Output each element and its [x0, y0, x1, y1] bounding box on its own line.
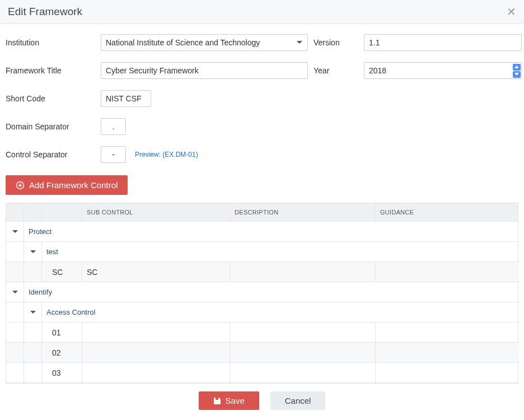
plus-circle-icon [16, 181, 25, 190]
control-description [230, 323, 376, 343]
dialog-body: Institution National Institute of Scienc… [0, 24, 524, 420]
dialog-title: Edit Framework [8, 6, 82, 18]
short-code-label: Short Code [6, 94, 95, 103]
col-description: DESCRIPTION [230, 203, 376, 222]
institution-label: Institution [6, 38, 95, 47]
control-code: 02 [42, 343, 82, 363]
save-icon [213, 397, 221, 405]
close-icon[interactable]: ✕ [507, 6, 516, 17]
expand-icon[interactable] [6, 222, 24, 242]
control-subcontrol: SC [82, 262, 230, 282]
framework-title-input[interactable] [101, 62, 308, 79]
control-description [230, 343, 376, 363]
control-row-sc: SC SC [6, 262, 518, 282]
domain-separator-input[interactable] [101, 118, 126, 135]
control-guidance [376, 343, 519, 363]
control-description [230, 363, 376, 383]
control-row-01: 01 [6, 323, 518, 343]
institution-select-value: National Institute of Science and Techno… [101, 34, 308, 51]
short-code-input[interactable] [101, 90, 151, 107]
add-framework-control-label: Add Framework Control [29, 180, 118, 190]
domain-name: Identify [24, 282, 519, 302]
subdomain-name: Access Control [42, 302, 519, 323]
subdomain-name: test [42, 242, 519, 262]
form-grid: Institution National Institute of Scienc… [6, 34, 518, 163]
control-guidance [376, 262, 519, 282]
domain-row-protect: Protect [6, 222, 518, 242]
domain-separator-label: Domain Separator [6, 122, 95, 131]
control-subcontrol [82, 343, 230, 363]
control-description [230, 262, 376, 282]
control-subcontrol [82, 323, 230, 343]
domain-row-identify: Identify [6, 282, 518, 302]
control-subcontrol [82, 363, 230, 383]
col-sub-control: SUB CONTROL [82, 203, 230, 222]
expand-icon[interactable] [24, 302, 42, 323]
control-guidance [376, 363, 519, 383]
subdomain-row-test: test [6, 242, 518, 262]
control-row-02: 02 [6, 343, 518, 363]
control-separator-label: Control Separator [6, 150, 95, 159]
cancel-button[interactable]: Cancel [270, 391, 326, 410]
grid-header-row: SUB CONTROL DESCRIPTION GUIDANCE [6, 203, 518, 222]
year-down-button[interactable] [513, 71, 521, 78]
control-guidance [376, 323, 519, 343]
control-code: 03 [42, 363, 82, 383]
year-spinner [513, 63, 521, 78]
institution-select[interactable]: National Institute of Science and Techno… [101, 34, 308, 51]
version-input[interactable] [364, 34, 522, 51]
separator-preview: Preview: (EX.DM-01) [135, 151, 198, 158]
year-up-button[interactable] [513, 64, 521, 71]
dialog-footer: Save Cancel [6, 384, 518, 416]
year-label: Year [314, 66, 358, 75]
controls-grid: SUB CONTROL DESCRIPTION GUIDANCE Protect… [6, 203, 518, 384]
dialog-header: Edit Framework ✕ [0, 0, 524, 24]
control-code: SC [42, 262, 82, 282]
year-input[interactable] [364, 62, 522, 79]
domain-name: Protect [24, 222, 519, 242]
col-guidance: GUIDANCE [376, 203, 519, 222]
add-framework-control-button[interactable]: Add Framework Control [6, 175, 128, 195]
framework-title-label: Framework Title [6, 66, 95, 75]
cancel-button-label: Cancel [285, 396, 311, 405]
expand-icon[interactable] [24, 242, 42, 262]
control-row-03: 03 [6, 363, 518, 383]
save-button[interactable]: Save [199, 391, 259, 410]
save-button-label: Save [226, 396, 245, 405]
control-code: 01 [42, 323, 82, 343]
version-label: Version [314, 38, 358, 47]
subdomain-row-access-control: Access Control [6, 302, 518, 323]
expand-icon[interactable] [6, 282, 24, 302]
control-separator-input[interactable] [101, 146, 126, 163]
